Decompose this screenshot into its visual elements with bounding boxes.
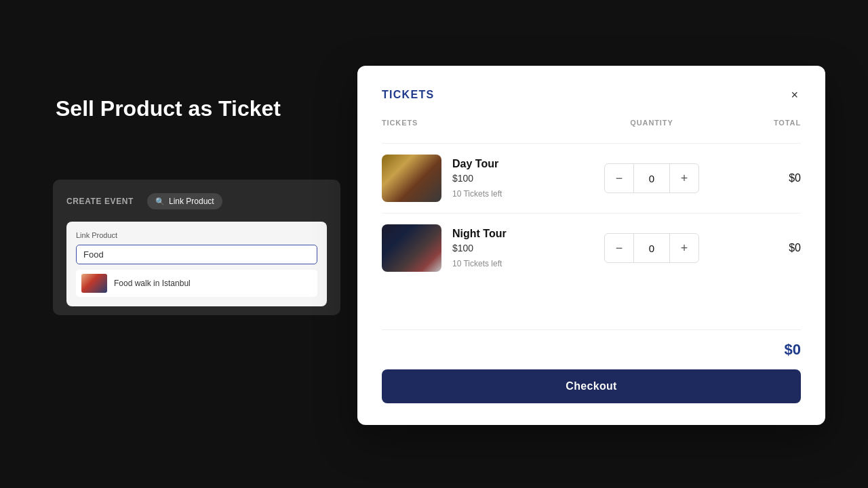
decrement-night-tour[interactable]: − bbox=[605, 234, 633, 262]
link-product-button[interactable]: 🔍 Link Product bbox=[147, 193, 222, 209]
increment-day-tour[interactable]: + bbox=[670, 164, 698, 192]
card-header: CREATE EVENT 🔍 Link Product bbox=[66, 193, 327, 209]
ticket-name-day-tour: Day Tour bbox=[452, 158, 584, 170]
search-result-item[interactable]: Food walk in Istanbul bbox=[76, 270, 317, 297]
ticket-info-day-tour: Day Tour $100 10 Tickets left bbox=[382, 155, 584, 202]
link-product-btn-label: Link Product bbox=[169, 197, 214, 206]
col-header-quantity: QUANTITY bbox=[584, 119, 719, 127]
column-headers: TICKETS QUANTITY TOTAL bbox=[382, 119, 801, 132]
checkout-button[interactable]: Checkout bbox=[382, 369, 801, 403]
modal-header: TICKETS × bbox=[382, 87, 801, 102]
increment-night-tour[interactable]: + bbox=[670, 234, 698, 262]
quantity-value-day-tour: 0 bbox=[633, 164, 670, 192]
grand-total: $0 bbox=[785, 341, 801, 358]
ticket-name-night-tour: Night Tour bbox=[452, 228, 584, 240]
quantity-cell-day-tour: − 0 + bbox=[584, 163, 719, 193]
create-event-label: CREATE EVENT bbox=[66, 197, 134, 206]
tickets-modal: TICKETS × TICKETS QUANTITY TOTAL Day Tou… bbox=[357, 66, 825, 425]
link-product-input[interactable] bbox=[76, 245, 317, 264]
decrement-day-tour[interactable]: − bbox=[605, 164, 633, 192]
ticket-row: Day Tour $100 10 Tickets left − 0 + $0 bbox=[382, 143, 801, 213]
quantity-cell-night-tour: − 0 + bbox=[584, 233, 719, 263]
modal-footer: $0 Checkout bbox=[382, 329, 801, 403]
ticket-info-night-tour: Night Tour $100 10 Tickets left bbox=[382, 224, 584, 272]
link-product-label: Link Product bbox=[76, 231, 317, 239]
ticket-details-day-tour: Day Tour $100 10 Tickets left bbox=[452, 158, 584, 199]
col-header-total: TOTAL bbox=[719, 119, 801, 127]
grand-total-row: $0 bbox=[382, 341, 801, 359]
col-header-tickets: TICKETS bbox=[382, 119, 584, 127]
link-product-box: Link Product Food walk in Istanbul bbox=[66, 222, 327, 306]
ticket-total-day-tour: $0 bbox=[719, 172, 801, 184]
ticket-details-night-tour: Night Tour $100 10 Tickets left bbox=[452, 228, 584, 268]
page-title: Sell Product as Ticket bbox=[56, 95, 281, 122]
search-icon: 🔍 bbox=[155, 197, 165, 206]
ticket-availability-night-tour: 10 Tickets left bbox=[452, 259, 584, 268]
modal-title: TICKETS bbox=[382, 89, 434, 101]
result-thumbnail bbox=[81, 274, 107, 293]
ticket-availability-day-tour: 10 Tickets left bbox=[452, 189, 584, 199]
quantity-stepper-day-tour: − 0 + bbox=[604, 163, 699, 193]
result-item-text: Food walk in Istanbul bbox=[114, 279, 191, 288]
quantity-value-night-tour: 0 bbox=[633, 234, 670, 262]
ticket-total-night-tour: $0 bbox=[719, 242, 801, 254]
create-event-card: CREATE EVENT 🔍 Link Product Link Product… bbox=[53, 180, 340, 315]
ticket-image-day-tour bbox=[382, 155, 441, 202]
ticket-price-night-tour: $100 bbox=[452, 243, 584, 253]
left-content: Sell Product as Ticket bbox=[56, 95, 281, 149]
quantity-stepper-night-tour: − 0 + bbox=[604, 233, 699, 263]
ticket-image-night-tour bbox=[382, 224, 441, 272]
close-button[interactable]: × bbox=[788, 87, 801, 102]
ticket-row: Night Tour $100 10 Tickets left − 0 + $0 bbox=[382, 213, 801, 283]
ticket-price-day-tour: $100 bbox=[452, 173, 584, 184]
